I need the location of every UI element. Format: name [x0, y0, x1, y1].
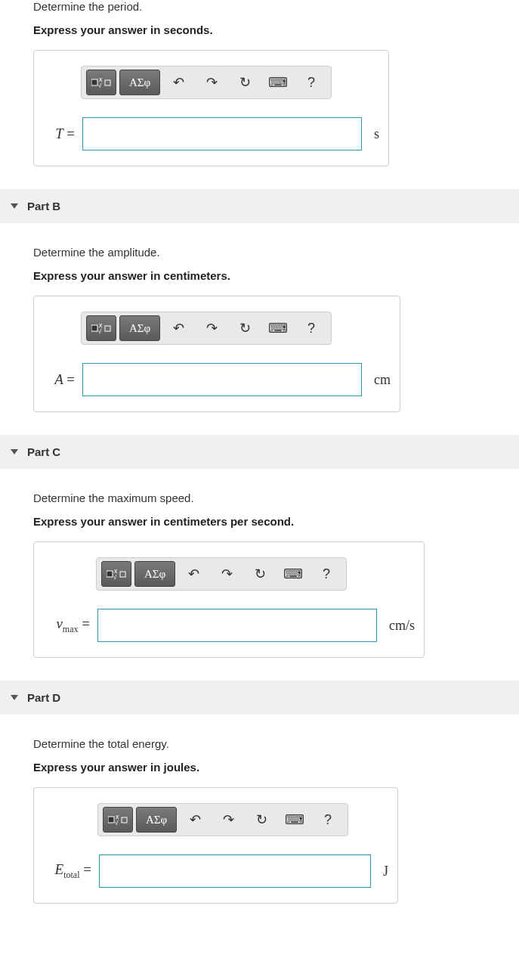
prompt-text: Determine the total energy.	[33, 737, 486, 750]
answer-input[interactable]	[97, 609, 377, 642]
svg-text:√: √	[98, 328, 102, 335]
unit-label: J	[383, 864, 388, 879]
unit-label: cm/s	[389, 618, 415, 634]
svg-rect-4	[91, 325, 97, 331]
help-icon[interactable]: ?	[296, 315, 326, 341]
answer-panel: x√ ΑΣφ ↶ ↷ ↻ ⌨ ? vmax = cm/s	[33, 541, 425, 658]
instruction-text: Express your answer in seconds.	[33, 23, 486, 36]
prompt-text: Determine the maximum speed.	[33, 492, 486, 504]
part-header[interactable]: Part D	[0, 681, 519, 715]
unit-label: s	[374, 126, 379, 142]
undo-icon[interactable]: ↶	[163, 315, 193, 341]
unit-label: cm	[374, 372, 391, 388]
svg-text:√: √	[115, 820, 119, 826]
answer-panel: x√ ΑΣφ ↶ ↷ ↻ ⌨ ? T = s	[33, 50, 389, 166]
answer-panel: x√ ΑΣφ ↶ ↷ ↻ ⌨ ? A = cm	[33, 296, 400, 412]
greek-letters-button[interactable]: ΑΣφ	[119, 70, 160, 95]
caret-down-icon	[11, 695, 18, 700]
help-icon[interactable]: ?	[313, 807, 343, 833]
answer-input[interactable]	[82, 363, 362, 396]
greek-letters-button[interactable]: ΑΣφ	[136, 807, 177, 833]
svg-rect-0	[91, 79, 97, 85]
undo-icon[interactable]: ↶	[178, 561, 209, 587]
part-header[interactable]: Part C	[0, 435, 519, 469]
templates-icon[interactable]: x√	[86, 70, 116, 95]
redo-icon[interactable]: ↷	[196, 70, 227, 95]
keyboard-icon[interactable]: ⌨	[263, 315, 293, 341]
reset-icon[interactable]: ↻	[246, 807, 276, 833]
help-icon[interactable]: ?	[296, 70, 326, 95]
answer-panel: x√ ΑΣφ ↶ ↷ ↻ ⌨ ? Etotal = J	[33, 787, 398, 904]
answer-input[interactable]	[82, 117, 362, 150]
redo-icon[interactable]: ↷	[213, 807, 243, 833]
greek-letters-button[interactable]: ΑΣφ	[119, 315, 160, 341]
prompt-text: Determine the period.	[33, 0, 486, 13]
redo-icon[interactable]: ↷	[196, 315, 227, 341]
equation-toolbar: x√ ΑΣφ ↶ ↷ ↻ ⌨ ?	[81, 312, 332, 345]
part-header[interactable]: Part B	[0, 189, 519, 223]
svg-text:√: √	[113, 574, 117, 581]
instruction-text: Express your answer in centimeters per s…	[33, 515, 486, 528]
equation-toolbar: x√ ΑΣφ ↶ ↷ ↻ ⌨ ?	[81, 66, 332, 99]
svg-rect-15	[122, 817, 127, 823]
caret-down-icon	[11, 203, 18, 209]
svg-rect-12	[108, 817, 114, 823]
svg-rect-7	[105, 326, 110, 331]
equation-toolbar: x√ ΑΣφ ↶ ↷ ↻ ⌨ ?	[96, 557, 347, 591]
prompt-text: Determine the amplitude.	[33, 246, 486, 259]
greek-letters-button[interactable]: ΑΣφ	[134, 561, 175, 587]
svg-rect-3	[105, 80, 110, 85]
templates-icon[interactable]: x√	[101, 561, 131, 587]
equation-toolbar: x√ ΑΣφ ↶ ↷ ↻ ⌨ ?	[97, 803, 348, 836]
caret-down-icon	[11, 449, 18, 454]
svg-rect-11	[120, 572, 125, 577]
help-icon[interactable]: ?	[311, 561, 341, 587]
svg-text:√: √	[98, 82, 102, 89]
redo-icon[interactable]: ↷	[212, 561, 242, 587]
svg-rect-8	[107, 571, 113, 577]
variable-label: vmax =	[43, 616, 90, 635]
variable-label: A =	[43, 371, 75, 388]
keyboard-icon[interactable]: ⌨	[280, 807, 310, 833]
reset-icon[interactable]: ↻	[230, 70, 260, 95]
variable-label: T =	[43, 126, 75, 142]
part-title: Part D	[27, 691, 60, 704]
instruction-text: Express your answer in centimeters.	[33, 269, 486, 282]
keyboard-icon[interactable]: ⌨	[263, 70, 293, 95]
reset-icon[interactable]: ↻	[245, 561, 275, 587]
keyboard-icon[interactable]: ⌨	[278, 561, 308, 587]
undo-icon[interactable]: ↶	[163, 70, 193, 95]
instruction-text: Express your answer in joules.	[33, 761, 486, 774]
part-title: Part C	[27, 445, 60, 458]
templates-icon[interactable]: x√	[86, 315, 116, 341]
reset-icon[interactable]: ↻	[230, 315, 260, 341]
templates-icon[interactable]: x√	[103, 807, 133, 833]
part-title: Part B	[27, 200, 60, 212]
undo-icon[interactable]: ↶	[180, 807, 210, 833]
answer-input[interactable]	[99, 854, 371, 888]
variable-label: Etotal =	[43, 861, 91, 881]
